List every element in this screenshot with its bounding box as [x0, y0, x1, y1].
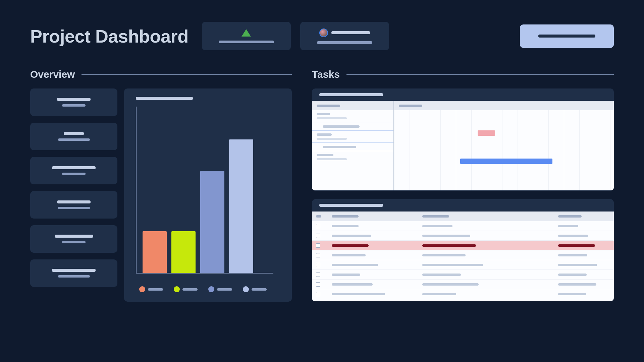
- table-row[interactable]: [312, 250, 614, 260]
- legend-item[interactable]: [139, 286, 163, 292]
- gantt-bar[interactable]: [478, 130, 495, 136]
- row-checkbox[interactable]: [316, 253, 320, 257]
- task-table-panel: [312, 199, 614, 301]
- status-card[interactable]: [202, 22, 291, 50]
- page-title: Project Dashboard: [30, 26, 189, 47]
- trend-up-icon: [241, 29, 251, 37]
- table-row[interactable]: [312, 279, 614, 289]
- divider: [346, 74, 614, 75]
- user-card[interactable]: [300, 22, 389, 50]
- legend-item[interactable]: [174, 286, 198, 292]
- gantt-bar[interactable]: [460, 159, 552, 164]
- gantt-row[interactable]: [312, 122, 393, 131]
- tasks-section-title: Tasks: [312, 69, 340, 80]
- chart-bar: [200, 171, 224, 273]
- stat-card[interactable]: [30, 123, 117, 150]
- row-checkbox[interactable]: [316, 234, 320, 238]
- table-row[interactable]: [312, 231, 614, 240]
- row-checkbox[interactable]: [316, 263, 320, 267]
- primary-action-button[interactable]: [520, 24, 614, 48]
- table-row[interactable]: [312, 221, 614, 231]
- bar-chart: [136, 107, 280, 274]
- row-checkbox[interactable]: [316, 273, 320, 277]
- chart-bar: [171, 231, 196, 273]
- chart-card: [124, 88, 292, 302]
- chart-bar: [229, 139, 253, 273]
- legend-item[interactable]: [208, 286, 232, 292]
- row-checkbox[interactable]: [316, 243, 320, 248]
- table-row[interactable]: [312, 260, 614, 269]
- row-checkbox[interactable]: [316, 224, 320, 228]
- row-checkbox[interactable]: [316, 292, 320, 296]
- gantt-panel: [312, 88, 614, 191]
- gantt-row[interactable]: [312, 142, 393, 151]
- chart-bar: [143, 231, 167, 273]
- avatar-icon: [319, 28, 328, 37]
- divider: [82, 74, 292, 75]
- legend-item[interactable]: [243, 286, 267, 292]
- stat-card[interactable]: [30, 88, 117, 116]
- stat-card[interactable]: [30, 225, 117, 253]
- stat-card[interactable]: [30, 259, 117, 287]
- table-header: [312, 212, 614, 221]
- stat-card[interactable]: [30, 191, 117, 219]
- stat-card[interactable]: [30, 157, 117, 184]
- table-row[interactable]: [312, 269, 614, 279]
- row-checkbox[interactable]: [316, 282, 320, 287]
- table-row[interactable]: [312, 240, 614, 250]
- overview-section-title: Overview: [30, 69, 75, 80]
- table-row[interactable]: [312, 289, 614, 299]
